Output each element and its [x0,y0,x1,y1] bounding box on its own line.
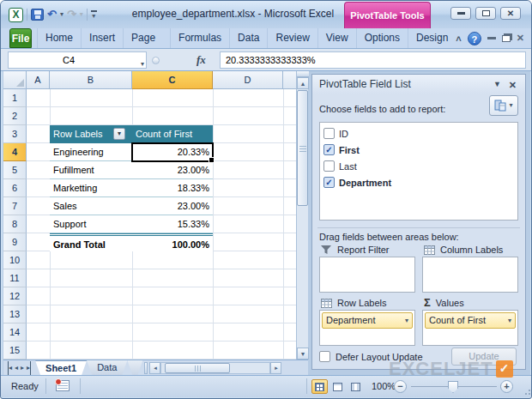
sheet-tab-sheet1[interactable]: Sheet1 [35,360,87,375]
zoom-out-icon[interactable]: − [394,380,407,393]
excel-app-icon[interactable]: X [9,8,23,22]
insert-function-icon[interactable]: fx [196,53,206,67]
tab-design[interactable]: Design [408,28,456,48]
checkbox-unchecked-icon[interactable] [323,160,335,172]
page-layout-view-button[interactable] [329,379,346,394]
scroll-down-icon[interactable]: ▼ [297,348,309,360]
row-header-6[interactable]: 6 [3,179,27,197]
tab-file[interactable]: File [9,28,32,48]
pivot-row-value[interactable]: 23.00% [132,161,213,179]
scroll-up-icon[interactable]: ▲ [297,77,309,89]
tab-review[interactable]: Review [268,28,317,48]
pivot-row-label[interactable]: Support [50,215,132,233]
checkbox-unchecked-icon[interactable] [323,128,335,139]
row-header-11[interactable]: 11 [3,269,27,287]
row-header-1[interactable]: 1 [3,89,27,107]
field-pill-count-of-first[interactable]: Count of First ▾ [425,312,516,329]
select-all-corner[interactable] [3,71,27,89]
tab-options[interactable]: Options [357,28,408,48]
vertical-scroll-thumb[interactable] [297,90,308,206]
customize-qat-icon[interactable]: ▾ [91,10,97,20]
row-header-10[interactable]: 10 [3,251,27,269]
page-break-view-button[interactable] [348,379,364,394]
row-header-12[interactable]: 12 [3,287,27,305]
row-header-5[interactable]: 5 [3,161,27,179]
workbook-minimize-icon[interactable] [487,37,496,39]
update-button[interactable]: Update [451,348,517,366]
minimize-ribbon-icon[interactable]: ˄ [456,33,461,44]
hscroll-left-icon[interactable]: ◂ [149,362,160,374]
zoom-level[interactable]: 100% [372,381,396,391]
pivot-row-label[interactable]: Engineering [50,143,132,161]
hscroll-right-icon[interactable]: ▸ [270,362,281,374]
redo-dropdown-icon[interactable]: ▾ [80,11,83,18]
last-sheet-icon[interactable]: ▸ [27,361,31,375]
pivot-row-value[interactable]: 15.33% [132,215,213,233]
column-header-d[interactable]: D [213,71,283,89]
minimize-button[interactable] [450,7,471,20]
pivot-row-value[interactable]: 18.33% [132,179,213,197]
pivot-header-count-of-first[interactable]: Count of First [132,125,213,143]
save-icon[interactable] [31,9,44,21]
row-header-3[interactable]: 3 [3,125,27,143]
checkbox-checked-icon[interactable]: ✓ [323,144,335,155]
pill-dropdown-icon[interactable]: ▾ [405,317,408,324]
checkbox-checked-icon[interactable]: ✓ [323,177,335,188]
row-header-8[interactable]: 8 [3,215,27,233]
help-icon[interactable]: ? [468,32,481,45]
horizontal-scrollbar[interactable] [160,362,270,374]
field-item-last[interactable]: Last [323,158,514,174]
defer-checkbox-unchecked-icon[interactable] [319,351,330,362]
workbook-restore-icon[interactable] [502,35,511,42]
selected-cell-c4[interactable] [131,142,214,162]
report-filter-dropzone[interactable] [319,257,415,293]
pane-close-icon[interactable]: ✕ [509,80,517,91]
undo-dropdown-icon[interactable]: ▾ [60,11,63,18]
tab-formulas[interactable]: Formulas [171,28,230,48]
name-box[interactable]: C4 ▾ [8,51,147,69]
column-header-c-selected[interactable]: C [132,71,213,89]
undo-icon[interactable]: ↶ [47,9,57,21]
tab-home[interactable]: Home [37,28,82,48]
sheet-tab-data[interactable]: Data [87,360,127,375]
normal-view-button[interactable] [311,379,328,394]
row-labels-filter-icon[interactable]: ▾ [113,128,125,140]
pivot-grand-total-value[interactable]: 100.00% [132,233,213,251]
field-pill-department[interactable]: Department ▾ [322,312,413,329]
tab-page-layout[interactable]: Page Layout [124,28,171,48]
prev-sheet-icon[interactable]: ◂ [15,361,18,375]
pivot-row-label[interactable]: Marketting [50,179,132,197]
tab-data[interactable]: Data [230,28,268,48]
column-labels-dropzone[interactable] [422,257,518,293]
values-dropzone[interactable]: Count of First ▾ [422,310,518,346]
row-labels-dropzone[interactable]: Department ▾ [319,310,415,346]
tab-view[interactable]: View [318,28,357,48]
workbook-close-icon[interactable]: ✕ [517,33,524,44]
field-item-id[interactable]: ID [323,125,514,142]
field-item-department[interactable]: ✓ Department [323,174,514,190]
pill-dropdown-icon[interactable]: ▾ [508,317,511,324]
row-header-15[interactable]: 15 [3,342,27,360]
field-list-layout-button[interactable]: ▾ [489,95,518,116]
tab-split-handle[interactable] [144,362,148,374]
pane-menu-icon[interactable]: ▼ [493,80,501,88]
tab-insert[interactable]: Insert [82,28,124,48]
row-header-14[interactable]: 14 [3,323,27,342]
column-header-a[interactable]: A [27,71,50,89]
field-item-first[interactable]: ✓ First [323,142,514,158]
row-header-2[interactable]: 2 [3,107,27,125]
pivot-row-label[interactable]: Sales [50,197,132,215]
first-sheet-icon[interactable]: ◂ [8,361,12,375]
zoom-slider-thumb[interactable] [448,381,458,393]
zoom-in-icon[interactable]: + [500,380,513,393]
pivot-row-value[interactable]: 23.00% [132,197,213,215]
column-header-b[interactable]: B [50,71,132,89]
horizontal-scroll-thumb[interactable] [165,363,230,373]
restore-button[interactable] [475,7,496,20]
macro-record-icon[interactable] [56,380,70,391]
next-sheet-icon[interactable]: ▸ [21,361,24,375]
row-header-13[interactable]: 13 [3,305,27,323]
row-header-9[interactable]: 9 [3,233,27,251]
formula-input[interactable]: 20.3333333333333% [220,51,526,69]
close-button[interactable]: ✕ [500,7,521,20]
